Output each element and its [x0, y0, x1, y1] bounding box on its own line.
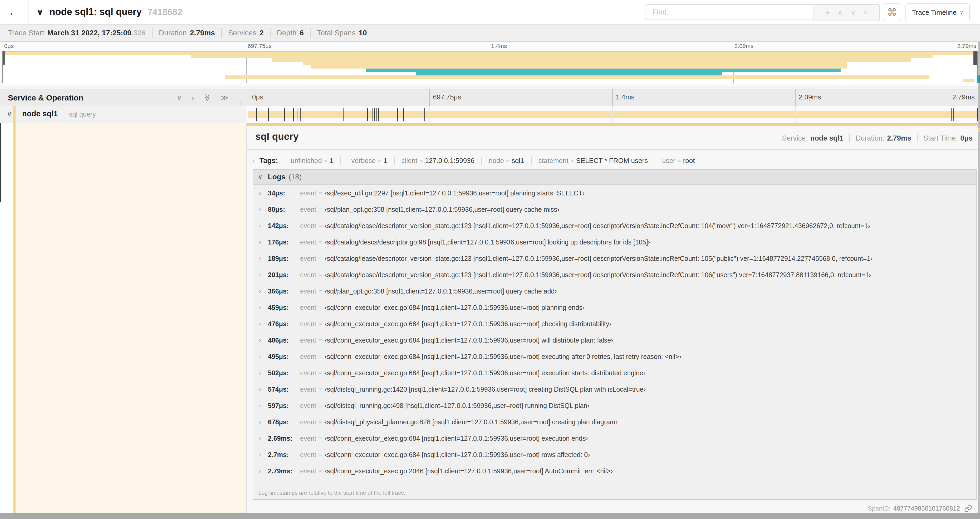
- minimap-canvas[interactable]: [2, 51, 978, 83]
- minimap-gap: [0, 86, 980, 89]
- tag-item: _unfinished=1: [280, 156, 340, 165]
- back-button[interactable]: ←: [0, 0, 29, 24]
- log-row[interactable]: ›495μs:event=‹sql/conn_executor_exec.go:…: [253, 348, 976, 365]
- span-service-name[interactable]: node sql1: [22, 109, 58, 118]
- minimap-right-handle[interactable]: [974, 51, 977, 65]
- timeline-tick-label: 0μs: [252, 93, 263, 101]
- minimap-span: [272, 58, 911, 62]
- chevron-right-icon: ›: [259, 304, 268, 311]
- log-marker: [300, 108, 301, 121]
- log-marker: [343, 108, 344, 121]
- log-marker: [256, 108, 257, 121]
- minimap-left-handle[interactable]: [3, 51, 5, 65]
- span-row-timeline[interactable]: [246, 106, 980, 123]
- detail-info-value: 2.79ms: [887, 134, 911, 142]
- span-color-strip: [13, 123, 16, 513]
- prev-match-icon[interactable]: ∧: [837, 9, 843, 16]
- expand-one-icon[interactable]: ›: [191, 94, 194, 102]
- service-operation-label: Service & Operation: [8, 93, 84, 102]
- tags-label: Tags:: [259, 156, 278, 165]
- chevron-down-icon: ∨: [960, 10, 963, 15]
- detail-accent-bar: [247, 123, 980, 126]
- log-marker: [268, 108, 269, 121]
- span-collapse-icon[interactable]: ∨: [7, 110, 12, 118]
- span-id-footer: SpanID: 4877749850101760812: [868, 505, 972, 513]
- detail-divider: [247, 149, 980, 150]
- log-marker: [403, 108, 404, 121]
- logs-count: (18): [288, 173, 302, 181]
- log-row[interactable]: ›366μs:event=‹sql/plan_opt.go:358 [nsql1…: [253, 283, 976, 299]
- log-row[interactable]: ›34μs:event=‹sql/exec_util.go:2297 [nsql…: [253, 185, 976, 201]
- log-marker: [293, 108, 294, 121]
- locate-icon[interactable]: ⌖: [826, 9, 830, 16]
- logs-header[interactable]: ∨ Logs (18): [253, 169, 976, 185]
- trace-view-dropdown[interactable]: Trace Timeline ∨: [905, 3, 970, 21]
- collapse-one-icon[interactable]: ∨: [177, 94, 182, 102]
- timeline-gridline: [429, 106, 430, 123]
- span-row[interactable]: ∨ node sql1 sql query: [0, 106, 980, 123]
- keyboard-shortcuts-button[interactable]: ⌘: [883, 3, 901, 21]
- span-detail-panel: sql query Service:node sql1Duration:2.79…: [246, 123, 980, 513]
- selected-span-background: [16, 123, 246, 513]
- chevron-right-icon: ›: [259, 467, 268, 475]
- chevron-right-icon: ›: [259, 238, 268, 246]
- log-row[interactable]: ›678μs:event=‹sql/distsql_physical_plann…: [253, 414, 976, 430]
- log-marker: [425, 108, 425, 121]
- log-marker: [367, 108, 368, 121]
- log-row[interactable]: ›176μs:event=‹sql/catalog/descs/descript…: [253, 234, 976, 250]
- log-row[interactable]: ›502μs:event=‹sql/conn_executor_exec.go:…: [253, 365, 976, 381]
- logs-label: Logs: [268, 173, 286, 181]
- scrollbar-segment: [978, 128, 980, 133]
- timeline-gridline: [795, 106, 795, 123]
- tag-item: client=127.0.0.1:59936: [394, 156, 482, 165]
- expand-all-icon[interactable]: ≫: [221, 94, 228, 102]
- trace-title-wrap: ∨ node sql1: sql query 7418682: [37, 0, 182, 24]
- detail-info-value: node sql1: [810, 134, 843, 142]
- chevron-right-icon: ›: [259, 434, 268, 442]
- timeline-tick-label: 2.79ms: [952, 93, 975, 101]
- timeline-tick-label: 2.09ms: [799, 93, 821, 101]
- log-row[interactable]: ›142μs:event=‹sql/catalog/lease/descript…: [253, 217, 976, 234]
- log-row[interactable]: ›2.7ms:event=‹sql/conn_executor_exec.go:…: [253, 447, 976, 463]
- horizontal-scrollbar[interactable]: [0, 513, 980, 519]
- tag-item: _verbose=1: [340, 156, 394, 165]
- find-input[interactable]: [645, 4, 813, 20]
- log-row[interactable]: ›201μs:event=‹sql/catalog/lease/descript…: [253, 267, 976, 283]
- span-row-name-column[interactable]: ∨ node sql1 sql query: [0, 106, 246, 123]
- minimap-span: [225, 75, 929, 79]
- minimap-span: [303, 62, 847, 65]
- next-match-icon[interactable]: ∨: [851, 9, 856, 16]
- log-row[interactable]: ›476μs:event=‹sql/conn_executor_exec.go:…: [253, 316, 976, 332]
- log-marker: [297, 108, 298, 121]
- log-marker: [378, 108, 379, 121]
- detail-title: sql query: [255, 131, 299, 142]
- log-row[interactable]: ›189μs:event=‹sql/catalog/lease/descript…: [253, 250, 976, 267]
- detail-left-column: [0, 123, 246, 513]
- log-row[interactable]: ›459μs:event=‹sql/conn_executor_exec.go:…: [253, 299, 976, 316]
- log-row[interactable]: ›2.79ms:event=‹sql/conn_executor_exec.go…: [253, 463, 976, 479]
- timeline-tick-label: 1.4ms: [616, 93, 635, 101]
- column-resizer[interactable]: ∥: [239, 98, 242, 106]
- vertical-scrollbar[interactable]: [978, 42, 980, 513]
- title-collapse-icon[interactable]: ∨: [37, 6, 44, 17]
- log-row[interactable]: ›80μs:event=‹sql/plan_opt.go:358 [nsql1,…: [253, 201, 976, 217]
- span-operation-name: sql query: [69, 110, 95, 118]
- timeline-gridline: [612, 89, 613, 106]
- log-row[interactable]: ›486μs:event=‹sql/conn_executor_exec.go:…: [253, 332, 976, 348]
- tags-row[interactable]: › Tags: _unfinished=1_verbose=1client=12…: [253, 154, 702, 167]
- collapse-all-icon[interactable]: ≫: [204, 94, 211, 102]
- command-icon: ⌘: [887, 7, 897, 18]
- timeline-minimap: 0μs697.75μs1.4ms2.09ms2.79ms: [0, 42, 980, 86]
- log-row[interactable]: ›574μs:event=‹sql/distsql_running.go:142…: [253, 381, 976, 398]
- clear-search-icon[interactable]: ×: [864, 9, 868, 16]
- chevron-right-icon: ›: [259, 369, 268, 377]
- chevron-right-icon: ›: [259, 320, 268, 327]
- chevron-right-icon: ›: [259, 287, 268, 295]
- scrollbar-segment: [978, 75, 980, 83]
- link-icon[interactable]: [964, 505, 972, 513]
- timeline-gridline: [795, 89, 795, 106]
- detail-info-label: Start Time:: [923, 134, 958, 142]
- log-marker: [377, 108, 377, 121]
- log-row[interactable]: ›597μs:event=‹sql/distsql_running.go:498…: [253, 398, 976, 414]
- log-row[interactable]: ›2.69ms:event=‹sql/conn_executor_exec.go…: [253, 430, 976, 447]
